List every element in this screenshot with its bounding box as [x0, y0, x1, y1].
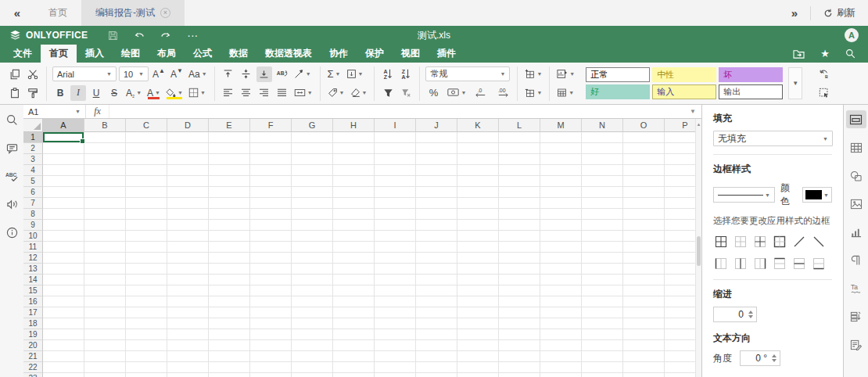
grid-cell-K2[interactable]	[457, 143, 499, 154]
grid-cell-O15[interactable]	[623, 285, 665, 296]
grid-cell-O11[interactable]	[623, 242, 665, 253]
grid-cell-C14[interactable]	[126, 275, 167, 285]
grid-cell-C18[interactable]	[126, 318, 167, 329]
grid-cell-A11[interactable]	[43, 242, 84, 253]
grid-cell-F22[interactable]	[250, 362, 292, 373]
grid-cell-J11[interactable]	[416, 242, 457, 253]
grid-cell-I11[interactable]	[375, 242, 416, 253]
grid-cell-J5[interactable]	[416, 176, 457, 187]
grid-cell-H6[interactable]	[333, 187, 375, 198]
grid-cell-K21[interactable]	[457, 351, 499, 362]
grid-cell-K10[interactable]	[457, 231, 499, 242]
grid-cell-F21[interactable]	[250, 351, 292, 362]
grid-cell-L4[interactable]	[499, 165, 540, 176]
grid-cell-O23[interactable]	[623, 373, 665, 377]
grid-cell-J16[interactable]	[416, 296, 457, 307]
grid-cell-P14[interactable]	[665, 275, 695, 285]
border-left-button[interactable]	[713, 256, 729, 271]
table-settings-icon[interactable]	[846, 138, 866, 156]
grid-cell-O2[interactable]	[623, 143, 665, 154]
grid-cell-M9[interactable]	[540, 220, 582, 231]
grid-cell-K17[interactable]	[457, 307, 499, 318]
grid-cell-F4[interactable]	[250, 165, 292, 176]
grid-cell-O17[interactable]	[623, 307, 665, 318]
grid-cell-B22[interactable]	[84, 362, 126, 373]
grid-cell-E5[interactable]	[209, 176, 250, 187]
grid-cell-K9[interactable]	[457, 220, 499, 231]
grid-cell-F17[interactable]	[250, 307, 292, 318]
grid-cell-P3[interactable]	[665, 154, 695, 165]
spin-down-icon[interactable]	[772, 359, 777, 362]
angle-spinner[interactable]: 0 °	[740, 350, 780, 366]
row-header-23[interactable]: 23	[23, 373, 43, 377]
grid-cell-G15[interactable]	[292, 285, 333, 296]
grid-cell-K8[interactable]	[457, 209, 499, 220]
grid-cell-I16[interactable]	[375, 296, 416, 307]
grid-cell-H12[interactable]	[333, 253, 375, 264]
conditional-formatting-dropdown[interactable]: ▼	[555, 66, 576, 82]
grid-cell-O13[interactable]	[623, 264, 665, 275]
grid-cell-F13[interactable]	[250, 264, 292, 275]
grid-cell-P20[interactable]	[665, 340, 695, 351]
grid-cell-A13[interactable]	[43, 264, 84, 275]
grid-cell-H1[interactable]	[333, 132, 375, 143]
grid-cell-N8[interactable]	[582, 209, 623, 220]
grid-cell-F7[interactable]	[250, 198, 292, 209]
grid-cell-B2[interactable]	[84, 143, 126, 154]
grid-cell-K6[interactable]	[457, 187, 499, 198]
grid-cell-L21[interactable]	[499, 351, 540, 362]
menu-tab-file[interactable]: 文件	[5, 45, 41, 63]
menu-tab-home[interactable]: 首页	[41, 45, 77, 63]
grid-cell-K3[interactable]	[457, 154, 499, 165]
insert-function-button[interactable]: fx	[86, 105, 109, 118]
grid-cell-K19[interactable]	[457, 329, 499, 340]
row-header-5[interactable]: 5	[23, 176, 43, 187]
grid-cell-D15[interactable]	[167, 285, 209, 296]
menu-tab-plugins[interactable]: 插件	[429, 45, 464, 63]
grid-cell-M10[interactable]	[540, 231, 582, 242]
grid-cell-D2[interactable]	[167, 143, 209, 154]
grid-cell-A22[interactable]	[43, 362, 84, 373]
sort-descending-button[interactable]: ZA	[398, 66, 414, 82]
grid-cell-N12[interactable]	[582, 253, 623, 264]
clear-dropdown[interactable]: ▼	[349, 85, 369, 101]
grid-cell-J3[interactable]	[416, 154, 457, 165]
row-header-13[interactable]: 13	[23, 264, 43, 275]
grid-cell-A21[interactable]	[43, 351, 84, 362]
grid-cell-A4[interactable]	[43, 165, 84, 176]
grid-cell-C21[interactable]	[126, 351, 167, 362]
grid-cell-O14[interactable]	[623, 275, 665, 285]
grid-cell-D22[interactable]	[167, 362, 209, 373]
grid-cell-H16[interactable]	[333, 296, 375, 307]
fill-select[interactable]: 无填充▼	[713, 131, 833, 146]
grid-cell-N5[interactable]	[582, 176, 623, 187]
grid-cell-M15[interactable]	[540, 285, 582, 296]
grid-cell-A16[interactable]	[43, 296, 84, 307]
grid-cell-K1[interactable]	[457, 132, 499, 143]
grid-cell-C23[interactable]	[126, 373, 167, 377]
grid-cell-G7[interactable]	[292, 198, 333, 209]
grid-cell-C1[interactable]	[126, 132, 167, 143]
grid-cell-P4[interactable]	[665, 165, 695, 176]
text-art-settings-icon[interactable]: Ta	[846, 279, 866, 297]
row-header-22[interactable]: 22	[23, 362, 43, 373]
row-header-11[interactable]: 11	[23, 242, 43, 253]
grid-cell-E11[interactable]	[209, 242, 250, 253]
grid-cell-D20[interactable]	[167, 340, 209, 351]
grid-cell-P13[interactable]	[665, 264, 695, 275]
grid-cell-B9[interactable]	[84, 220, 126, 231]
menu-tab-draw[interactable]: 绘图	[113, 45, 149, 63]
grid-cell-F11[interactable]	[250, 242, 292, 253]
copy-button[interactable]	[7, 66, 23, 82]
expand-tabs-icon[interactable]: »	[779, 6, 810, 20]
grid-cell-P17[interactable]	[665, 307, 695, 318]
column-header-L[interactable]: L	[499, 119, 540, 132]
grid-cell-H3[interactable]	[333, 154, 375, 165]
grid-cell-P6[interactable]	[665, 187, 695, 198]
grid-cell-O3[interactable]	[623, 154, 665, 165]
grid-cell-N20[interactable]	[582, 340, 623, 351]
column-header-F[interactable]: F	[250, 119, 292, 132]
column-header-D[interactable]: D	[167, 119, 209, 132]
indent-spinner[interactable]: 0	[713, 307, 757, 322]
grid-cell-E22[interactable]	[209, 362, 250, 373]
